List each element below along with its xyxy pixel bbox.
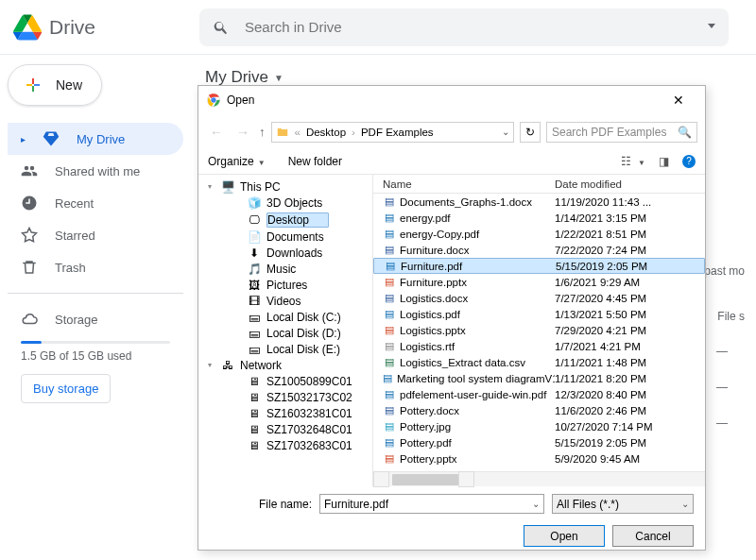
nav-label: Shared with me <box>55 164 140 178</box>
file-type-select[interactable]: All Files (*.*) ⌄ <box>552 494 694 514</box>
tree-item-network[interactable]: ▾🖧Network <box>202 357 372 373</box>
file-row[interactable]: ▤Logistics.pptx7/29/2020 4:21 PM <box>373 322 705 338</box>
plus-icon <box>22 73 44 97</box>
file-row[interactable]: ▤energy-Copy.pdf1/22/2021 8:51 PM <box>373 226 705 242</box>
search-icon: 🔍 <box>678 126 692 139</box>
buy-storage-button[interactable]: Buy storage <box>21 374 111 403</box>
crumb-2[interactable]: PDF Examples <box>361 127 434 138</box>
dialog-search-placeholder: Search PDF Examples <box>552 126 666 139</box>
new-folder-button[interactable]: New folder <box>288 155 342 168</box>
file-row[interactable]: ▤Pottery.pdf5/15/2019 2:05 PM <box>373 434 705 450</box>
file-row[interactable]: ▤Pottery.pptx5/9/2020 9:45 AM <box>373 450 705 467</box>
nav-label: My Drive <box>77 132 125 146</box>
help-icon[interactable]: ? <box>682 155 696 168</box>
storage-used: 1.5 GB of 15 GB used <box>8 349 183 363</box>
brand-name: Drive <box>49 16 95 39</box>
nav-label: Trash <box>55 261 86 275</box>
storage-bar <box>21 341 170 344</box>
my-drive-icon <box>43 130 60 147</box>
new-label: New <box>56 77 82 93</box>
dropdown-icon: ▼ <box>274 73 284 83</box>
chevron-down-icon[interactable]: ⌄ <box>532 499 540 509</box>
file-list[interactable]: ▤Documents_Graphs-1.docx11/19/2020 11:43… <box>373 194 705 471</box>
file-row[interactable]: ▤Logistics.pdf1/13/2021 5:50 PM <box>373 306 705 322</box>
file-row[interactable]: ▤Documents_Graphs-1.docx11/19/2020 11:43… <box>373 194 705 210</box>
tree-item-documents[interactable]: 📄Documents <box>202 229 372 245</box>
trash-icon <box>21 259 38 276</box>
people-icon <box>21 162 38 179</box>
folder-tree[interactable]: ▾🖥️This PC🧊3D Objects🖵Desktop📄Documents⬇… <box>198 175 373 486</box>
tree-item-local-disk-c-[interactable]: 🖴Local Disk (C:) <box>202 309 372 325</box>
col-date[interactable]: Date modified <box>555 178 705 190</box>
file-name-input[interactable]: Furniture.pdf ⌄ <box>319 494 544 514</box>
file-row[interactable]: ▤Pottery.jpg10/27/2020 7:14 PM <box>373 418 705 434</box>
dialog-search[interactable]: Search PDF Examples 🔍 <box>546 122 697 143</box>
sidebar-item-recent[interactable]: Recent <box>8 187 183 219</box>
file-name-label: File name: <box>210 498 312 511</box>
file-row[interactable]: ▤Logistics_Extract data.csv1/11/2021 1:4… <box>373 354 705 370</box>
tree-item-downloads[interactable]: ⬇Downloads <box>202 245 372 261</box>
tree-item-local-disk-d-[interactable]: 🖴Local Disk (D:) <box>202 325 372 341</box>
drive-icon <box>13 14 42 41</box>
horizontal-scrollbar[interactable] <box>373 471 705 486</box>
file-row[interactable]: ▤Marketing tool system diagramV1.0.pdf1/… <box>373 370 705 386</box>
folder-icon <box>276 126 289 139</box>
col-name[interactable]: Name <box>373 178 555 190</box>
forward-arrow[interactable]: → <box>232 125 253 140</box>
nav-label: Starred <box>55 229 95 243</box>
dialog-title: Open <box>227 93 254 107</box>
organize-menu[interactable]: Organize▼ <box>208 155 266 168</box>
open-file-dialog: Open ✕ ← → ↑ « Desktop › PDF Examples ⌄ … <box>198 85 706 551</box>
file-row[interactable]: ▤energy.pdf1/14/2021 3:15 PM <box>373 210 705 226</box>
search-bar[interactable] <box>199 8 729 46</box>
tree-item-sz17032648c01[interactable]: 🖥SZ17032648C01 <box>202 421 372 437</box>
file-row[interactable]: ▤Pottery.docx11/6/2020 2:46 PM <box>373 402 705 418</box>
svg-point-1 <box>211 97 215 102</box>
up-arrow[interactable]: ↑ <box>259 125 266 139</box>
page-title[interactable]: My Drive ▼ <box>205 68 756 87</box>
crumb-1[interactable]: Desktop <box>306 127 346 138</box>
search-input[interactable] <box>243 18 695 36</box>
address-dropdown-icon[interactable]: ⌄ <box>502 127 509 137</box>
tree-item-sz17032683c01[interactable]: 🖥SZ17032683C01 <box>202 437 372 453</box>
back-arrow[interactable]: ← <box>206 125 227 140</box>
cloud-icon <box>21 311 38 328</box>
tree-item-videos[interactable]: 🎞Videos <box>202 293 372 309</box>
preview-pane-icon[interactable]: ◨ <box>659 155 669 168</box>
tree-item-sz16032381c01[interactable]: 🖥SZ16032381C01 <box>202 405 372 421</box>
file-row[interactable]: ▤Furniture.pdf5/15/2019 2:05 PM <box>373 258 705 274</box>
tree-item-local-disk-e-[interactable]: 🖴Local Disk (E:) <box>202 341 372 357</box>
view-options-icon[interactable]: ☷ ▼ <box>621 155 645 168</box>
nav-label: Recent <box>55 196 94 211</box>
sidebar-item-shared[interactable]: Shared with me <box>8 155 183 187</box>
file-row[interactable]: ▤Logistics.rtf1/7/2021 4:21 PM <box>373 338 705 354</box>
sidebar-item-trash[interactable]: Trash <box>8 251 183 283</box>
tree-item-pictures[interactable]: 🖼Pictures <box>202 277 372 293</box>
tree-item-3d-objects[interactable]: 🧊3D Objects <box>202 195 372 211</box>
new-button[interactable]: New <box>8 64 102 106</box>
tree-item-this-pc[interactable]: ▾🖥️This PC <box>202 178 372 195</box>
tree-item-desktop[interactable]: 🖵Desktop <box>202 211 372 229</box>
sidebar-item-starred[interactable]: Starred <box>8 219 183 251</box>
address-bar[interactable]: « Desktop › PDF Examples ⌄ <box>271 122 515 143</box>
refresh-button[interactable]: ↻ <box>520 122 541 143</box>
drive-logo[interactable]: Drive <box>13 14 95 41</box>
file-row[interactable]: ▤pdfelement-user-guide-win.pdf12/3/2020 … <box>373 386 705 402</box>
close-icon[interactable]: ✕ <box>660 93 697 108</box>
chrome-icon <box>206 93 221 108</box>
main-hint-2: File s <box>717 310 745 323</box>
clock-icon <box>21 195 38 212</box>
tree-item-music[interactable]: 🎵Music <box>202 261 372 277</box>
sidebar-item-storage[interactable]: Storage <box>8 303 183 335</box>
open-button[interactable]: Open <box>524 525 605 547</box>
chevron-down-icon: ⌄ <box>681 499 689 509</box>
cancel-button[interactable]: Cancel <box>612 525 694 547</box>
file-row[interactable]: ▤Logistics.docx7/27/2020 4:45 PM <box>373 290 705 306</box>
tree-item-sz15032173c02[interactable]: 🖥SZ15032173C02 <box>202 389 372 405</box>
sidebar-item-my-drive[interactable]: ▸ My Drive <box>8 123 183 155</box>
file-row[interactable]: ▤Furniture.pptx1/6/2021 9:29 AM <box>373 274 705 290</box>
tree-item-sz10050899c01[interactable]: 🖥SZ10050899C01 <box>202 373 372 389</box>
file-row[interactable]: ▤Furniture.docx7/22/2020 7:24 PM <box>373 242 705 258</box>
search-options-icon[interactable] <box>708 24 715 31</box>
search-icon <box>213 19 230 36</box>
